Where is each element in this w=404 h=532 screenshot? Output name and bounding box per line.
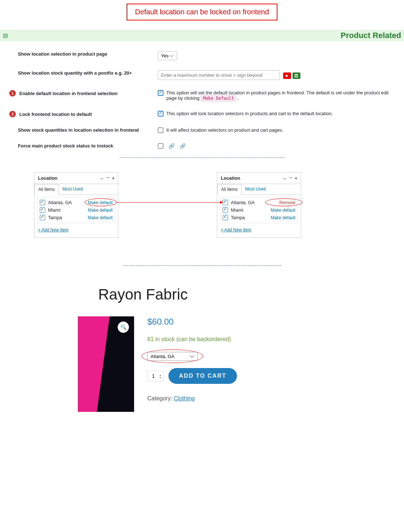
location-name: Tampa — [231, 215, 271, 220]
step-badge-2: 2 — [9, 111, 16, 117]
settings-form: Show location selection in product page … — [0, 41, 404, 156]
make-default-link[interactable]: Make default — [271, 208, 295, 213]
sort-icon[interactable]: ▴ — [295, 175, 297, 181]
location-row: Tampa Make default — [40, 214, 113, 221]
show-stock-checkbox[interactable] — [158, 127, 163, 133]
annotation-banner: Default location can be locked on fronte… — [127, 4, 278, 20]
location-row: Miami Make default — [223, 206, 295, 214]
location-checkbox[interactable] — [223, 215, 228, 220]
setting-label: Force main product stock status to insto… — [18, 143, 113, 149]
location-row: Miami Make default — [40, 206, 113, 214]
product-preview: Rayon Fabric 🔍 $60.00 61 in stock (can b… — [79, 286, 404, 412]
category-line: Category: Clothing — [147, 395, 237, 402]
section-icon: ▤ — [3, 32, 8, 39]
step-badge-1: 1 — [9, 90, 16, 96]
tab-all-items[interactable]: All Items — [217, 184, 242, 195]
location-checkbox[interactable] — [40, 215, 45, 220]
sort-icon[interactable]: ▴ — [112, 175, 114, 181]
annotation-arrow-head — [220, 201, 223, 204]
location-name: Miami — [48, 207, 88, 213]
divider — [120, 157, 285, 158]
setting-description: This option will set the default locatio… — [166, 90, 397, 101]
annotation-arrow-line — [117, 202, 220, 203]
location-row: Atlanta, GA Make default — [40, 199, 113, 206]
remove-default-link[interactable]: Remove — [279, 200, 295, 205]
zoom-icon[interactable]: 🔍 — [118, 321, 129, 333]
location-name: Atlanta, GA — [231, 200, 279, 205]
location-panel-before: Location ︿ ﹀ ▴ All Items Most Used Atlan… — [34, 172, 118, 238]
collapse-down-icon[interactable]: ﹀ — [106, 175, 110, 181]
location-checkbox[interactable] — [40, 207, 45, 213]
row-force-instock: Force main product stock status to insto… — [18, 138, 404, 154]
link-icon[interactable]: 🔗 — [168, 143, 175, 149]
category-link[interactable]: Clothing — [174, 395, 195, 401]
location-checkbox[interactable] — [40, 200, 45, 205]
youtube-icon[interactable]: ▶ — [283, 72, 291, 79]
make-default-link[interactable]: Make default — [271, 215, 295, 220]
tab-most-used[interactable]: Most Used — [59, 184, 86, 194]
force-instock-checkbox[interactable] — [158, 143, 163, 149]
setting-description: It will affect location selectors on pro… — [166, 127, 283, 133]
stock-postfix-input[interactable] — [158, 70, 280, 80]
show-location-select[interactable]: Yes — [158, 51, 177, 60]
link-icon[interactable]: 🔗 — [180, 143, 186, 149]
make-default-link[interactable]: Make default — [88, 215, 113, 220]
setting-label: Show stock quantities in location select… — [18, 127, 139, 133]
location-row: Tampa Make default — [223, 214, 295, 221]
setting-label: Show location selection in product page — [18, 51, 107, 57]
add-to-cart-button[interactable]: ADD TO CART — [168, 368, 237, 384]
image-icon[interactable]: 🖼 — [293, 72, 300, 79]
qty-up-icon[interactable]: ▲ — [159, 374, 162, 376]
setting-label: Enable default location in frontend sele… — [19, 91, 118, 96]
panel-title: Location — [221, 175, 240, 181]
make-default-link[interactable]: Make default — [88, 200, 113, 205]
row-enable-default-location: 1 Enable default location in frontend se… — [18, 85, 404, 106]
make-default-link[interactable]: Make default — [88, 208, 113, 213]
qty-down-icon[interactable]: ▼ — [159, 376, 162, 379]
stock-message: 61 in stock (can be backordered) — [147, 336, 237, 343]
panel-title: Location — [38, 175, 57, 181]
frontend-location-select[interactable]: Atlanta, GA — [147, 352, 198, 361]
collapse-down-icon[interactable]: ﹀ — [289, 175, 293, 181]
add-new-location-link[interactable]: + Add New Item — [34, 225, 118, 237]
location-name: Atlanta, GA — [48, 200, 88, 205]
location-panel-after: Location ︿ ﹀ ▴ All Items Most Used Atlan… — [217, 172, 301, 238]
product-image[interactable]: 🔍 — [79, 316, 134, 412]
section-title: Product Related — [341, 31, 401, 40]
make-default-code: Make Default — [201, 95, 236, 102]
location-checkbox[interactable] — [223, 200, 228, 205]
product-image-graphic — [78, 316, 110, 412]
location-panels-row: Location ︿ ﹀ ▴ All Items Most Used Atlan… — [0, 172, 404, 251]
quantity-stepper[interactable]: ▲▼ — [147, 371, 163, 382]
row-stock-postfix: Show location stock quantity with a post… — [18, 65, 404, 85]
row-show-stock-quantities: Show stock quantities in location select… — [18, 122, 404, 138]
lock-frontend-checkbox[interactable] — [158, 111, 163, 117]
location-row: Atlanta, GA Remove — [223, 199, 295, 206]
tab-most-used[interactable]: Most Used — [242, 184, 269, 194]
section-header: ▤ Product Related — [0, 30, 404, 41]
add-new-location-link[interactable]: + Add New Item — [217, 225, 301, 237]
collapse-up-icon[interactable]: ︿ — [283, 175, 287, 181]
divider — [123, 265, 281, 266]
enable-default-checkbox[interactable] — [158, 90, 163, 96]
collapse-up-icon[interactable]: ︿ — [100, 175, 104, 181]
setting-label: Lock frontend location to default — [19, 112, 92, 117]
row-show-location-select: Show location selection in product page … — [18, 46, 404, 65]
location-checkbox[interactable] — [223, 207, 228, 213]
location-name: Tampa — [48, 215, 88, 220]
setting-label: Show location stock quantity with a post… — [18, 70, 132, 76]
setting-description: This option will lock location selectors… — [166, 111, 333, 116]
product-title: Rayon Fabric — [98, 286, 404, 303]
quantity-input[interactable] — [149, 373, 158, 379]
tab-all-items[interactable]: All Items — [34, 184, 59, 195]
product-price: $60.00 — [147, 317, 237, 327]
row-lock-frontend-location: 2 Lock frontend location to default This… — [18, 106, 404, 122]
location-name: Miami — [231, 207, 271, 213]
